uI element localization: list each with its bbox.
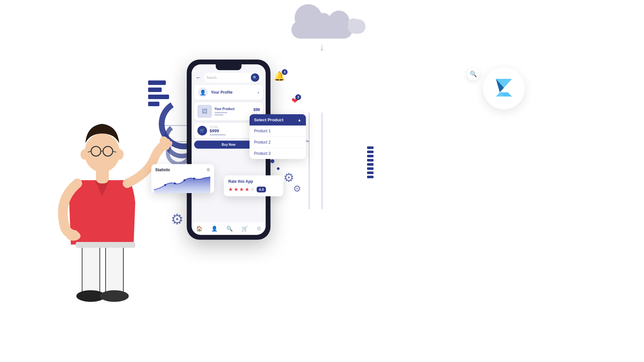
select-product-header: Select Product ▲	[250, 114, 306, 125]
floating-search[interactable]: 🔍	[467, 68, 480, 80]
heart-area: ❤ 3	[291, 96, 298, 106]
notification-area: 🔔 3	[274, 71, 285, 81]
search-bar[interactable]: Search 🔍	[204, 73, 262, 82]
statistic-header: Statistic ⚙	[151, 164, 214, 174]
nav-user-icon[interactable]: 👤	[211, 226, 218, 232]
svg-point-13	[100, 290, 129, 302]
h-bar-8	[367, 176, 374, 178]
svg-point-23	[80, 149, 88, 160]
svg-point-17	[84, 134, 120, 172]
select-product-title: Select Product	[254, 117, 283, 122]
product-info: Your Product	[214, 107, 251, 116]
search-button[interactable]: 🔍	[251, 73, 259, 82]
back-arrow-icon[interactable]: ←	[195, 74, 201, 81]
h-bar-2	[367, 151, 374, 153]
gear-decoration-1: ⚙	[171, 211, 184, 228]
nav-cart-icon[interactable]: 🛒	[242, 226, 248, 232]
profile-arrow-icon: ›	[258, 90, 259, 95]
nav-settings-icon[interactable]: ⚙	[257, 226, 261, 232]
product-image: 🖼	[197, 105, 212, 118]
h-bar-7	[367, 172, 374, 174]
product-lines	[214, 112, 251, 116]
svg-point-29	[193, 178, 195, 180]
svg-rect-25	[76, 242, 135, 248]
heart-badge: 3	[295, 94, 301, 100]
h-bar-5	[367, 163, 374, 166]
nav-home-icon[interactable]: 🏠	[196, 226, 203, 232]
product-name: Your Product	[214, 107, 251, 111]
profile-row[interactable]: 👤 Your Profile ›	[194, 85, 263, 100]
rate-app-title: Rate this App	[228, 179, 279, 184]
heart-button[interactable]: ❤ 3	[291, 96, 298, 106]
statistic-card: Statistic ⚙	[151, 164, 214, 193]
h-bar-6	[367, 167, 374, 170]
star-4[interactable]: ★	[245, 186, 249, 192]
star-1[interactable]: ★	[228, 186, 233, 192]
svg-rect-11	[106, 245, 123, 296]
svg-point-27	[174, 182, 176, 184]
bottom-nav: 🏠 👤 🔍 🛒 ⚙	[192, 222, 266, 235]
stars: ★ ★ ★ ★ ★	[228, 186, 255, 192]
search-icon: 🔍	[470, 70, 477, 78]
star-3[interactable]: ★	[239, 186, 244, 192]
svg-point-28	[184, 179, 185, 181]
profile-avatar: 👤	[198, 88, 208, 97]
price-line-2	[214, 114, 223, 116]
nav-search-icon[interactable]: 🔍	[226, 226, 233, 232]
dot-2	[277, 167, 279, 170]
product-price: $99	[253, 107, 260, 112]
statistic-chart	[151, 174, 214, 193]
gear-decoration-2: ⚙	[283, 171, 294, 185]
product-item-1[interactable]: Product 1	[250, 125, 306, 137]
flutter-logo	[483, 68, 525, 109]
profile-label: Your Profile	[211, 90, 254, 95]
select-product-card: Select Product ▲ Product 1 Product 2 Pro…	[250, 114, 306, 159]
price-line-1	[214, 112, 227, 113]
cart-icon: 🛒	[197, 126, 207, 135]
dot-1	[270, 159, 274, 163]
notification-badge: 3	[282, 69, 288, 75]
svg-point-26	[164, 184, 166, 186]
phone-notch	[216, 64, 242, 70]
h-bar-1	[367, 146, 374, 149]
total-line-1	[210, 134, 226, 135]
rate-app-card: Rate this App ★ ★ ★ ★ ★ 4.0	[224, 175, 283, 196]
svg-point-15	[66, 231, 80, 241]
product-item-2[interactable]: Product 2	[250, 137, 306, 148]
phone-header: ← Search 🔍	[192, 73, 266, 85]
gear-decoration-3: ⚙	[293, 183, 301, 194]
svg-point-24	[116, 149, 124, 160]
star-2[interactable]: ★	[234, 186, 238, 192]
notification-bell[interactable]: 🔔 3	[274, 71, 285, 81]
h-bar-4	[367, 159, 374, 162]
cloud-illustration: ↓	[288, 10, 356, 53]
statistic-title: Statistic	[155, 168, 170, 172]
svg-rect-10	[82, 245, 100, 296]
h-bar-3	[367, 155, 374, 157]
horizontal-bars	[367, 146, 374, 178]
product-item-3[interactable]: Product 3	[250, 148, 306, 159]
settings-icon[interactable]: ⚙	[206, 167, 210, 172]
stars-row: ★ ★ ★ ★ ★ 4.0	[228, 186, 279, 192]
rating-number: 4.0	[257, 187, 266, 192]
cloud-upload-icon: ↓	[319, 41, 325, 53]
select-product-arrow-icon: ▲	[298, 118, 301, 122]
search-placeholder: Search	[206, 76, 249, 79]
star-5[interactable]: ★	[250, 186, 255, 192]
